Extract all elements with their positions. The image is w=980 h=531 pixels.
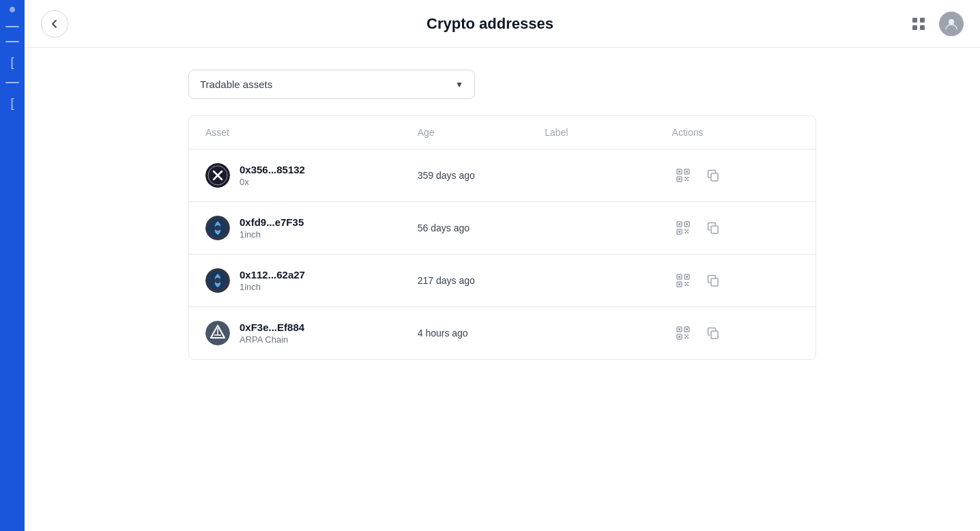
sidebar-dot-1 [10, 7, 15, 12]
svg-rect-48 [684, 285, 686, 286]
qr-code-button-4[interactable] [672, 322, 694, 344]
sidebar-bracket-2: [ [10, 97, 14, 109]
age-cell-1: 359 days ago [418, 170, 545, 181]
qr-code-icon [676, 273, 691, 288]
oneinch-icon-2 [205, 268, 230, 293]
header-right [906, 12, 964, 36]
table-row: 0x356...85132 0x 359 days ago [189, 149, 816, 202]
svg-rect-34 [687, 232, 689, 233]
asset-name-2: 1inch [240, 229, 304, 240]
svg-rect-26 [678, 223, 680, 225]
header-left [41, 10, 68, 38]
copy-icon [706, 221, 720, 235]
sidebar-nav-item-3 [5, 82, 19, 83]
age-cell-4: 4 hours ago [418, 328, 545, 339]
asset-filter-dropdown[interactable]: Tradable assets ▼ [188, 70, 475, 99]
qr-code-button-2[interactable] [672, 217, 694, 239]
user-avatar[interactable] [939, 12, 964, 36]
sidebar-bracket-1: [ [10, 56, 14, 68]
asset-name-1: 0x [240, 177, 305, 187]
copy-button-4[interactable] [702, 322, 724, 344]
asset-icon-2 [205, 216, 230, 240]
svg-rect-16 [684, 177, 686, 178]
svg-rect-30 [678, 231, 680, 233]
svg-rect-65 [687, 337, 689, 339]
svg-rect-66 [686, 336, 687, 337]
svg-rect-62 [684, 334, 686, 336]
asset-address-3: 0x112...62a27 [240, 269, 305, 281]
col-header-asset: Asset [205, 127, 418, 138]
svg-rect-1 [920, 18, 925, 23]
svg-rect-28 [686, 223, 688, 225]
qr-code-icon [676, 220, 691, 235]
grid-icon [911, 16, 926, 31]
back-arrow-icon [49, 18, 60, 29]
asset-icon-3 [205, 268, 230, 293]
qr-code-button-3[interactable] [672, 270, 694, 291]
asset-cell-4: 0xF3e...Ef884 ARPA Chain [205, 321, 418, 345]
asset-cell-2: 0xfd9...e7F35 1inch [205, 216, 418, 240]
table-row: 0xfd9...e7F35 1inch 56 days ago [189, 202, 816, 255]
main-container: Crypto addresses Tradabl [25, 0, 980, 531]
asset-info-4: 0xF3e...Ef884 ARPA Chain [240, 321, 304, 345]
copy-button-2[interactable] [702, 217, 724, 239]
svg-rect-41 [678, 276, 680, 278]
svg-point-39 [215, 278, 220, 283]
dropdown-label: Tradable assets [200, 78, 272, 90]
svg-rect-64 [684, 337, 686, 339]
svg-rect-49 [687, 285, 689, 286]
asset-info-2: 0xfd9...e7F35 1inch [240, 216, 304, 240]
oneinch-icon [205, 216, 230, 240]
age-cell-3: 217 days ago [418, 275, 545, 286]
asset-icon-1 [205, 163, 230, 188]
svg-rect-43 [686, 276, 688, 278]
qr-code-icon [676, 168, 691, 183]
header: Crypto addresses [25, 0, 980, 48]
svg-rect-2 [912, 25, 917, 30]
svg-rect-17 [687, 177, 689, 178]
grid-icon-button[interactable] [906, 12, 931, 36]
svg-rect-50 [686, 283, 687, 285]
svg-rect-35 [686, 231, 687, 232]
page-title: Crypto addresses [427, 15, 553, 33]
asset-address-1: 0x356...85132 [240, 164, 305, 175]
actions-cell-3 [672, 270, 799, 291]
svg-rect-20 [686, 178, 687, 180]
svg-rect-45 [678, 283, 680, 285]
sidebar-nav-item-2 [5, 41, 19, 42]
col-header-label: Label [545, 127, 672, 138]
asset-name-4: ARPA Chain [240, 334, 304, 345]
copy-button-1[interactable] [702, 164, 724, 186]
table-row: 0x112...62a27 1inch 217 days ago [189, 255, 816, 307]
actions-cell-1 [672, 164, 799, 186]
asset-address-2: 0xfd9...e7F35 [240, 216, 304, 228]
col-header-actions: Actions [672, 127, 799, 138]
copy-icon [706, 326, 720, 340]
badge-icon [205, 163, 230, 188]
asset-cell-1: 0x356...85132 0x [205, 163, 418, 188]
avatar-icon [945, 17, 958, 31]
back-button[interactable] [41, 10, 68, 38]
arpa-icon [205, 321, 230, 345]
svg-rect-18 [684, 180, 686, 181]
sidebar-nav-item-1 [5, 26, 19, 27]
svg-rect-63 [687, 334, 689, 336]
qr-code-button-1[interactable] [672, 164, 694, 186]
asset-cell-3: 0x112...62a27 1inch [205, 268, 418, 293]
asset-info-3: 0x112...62a27 1inch [240, 269, 305, 292]
svg-rect-61 [678, 336, 680, 338]
svg-rect-33 [684, 232, 686, 233]
svg-rect-19 [687, 180, 689, 181]
svg-rect-15 [678, 178, 680, 180]
asset-icon-4 [205, 321, 230, 345]
svg-rect-0 [912, 18, 917, 23]
svg-rect-31 [684, 229, 686, 231]
copy-icon [706, 274, 720, 287]
svg-rect-11 [678, 171, 680, 173]
dropdown-container: Tradable assets ▼ [188, 70, 816, 99]
col-header-age: Age [418, 127, 545, 138]
svg-rect-36 [711, 226, 718, 233]
copy-icon [706, 169, 720, 182]
svg-rect-13 [686, 171, 688, 173]
copy-button-3[interactable] [702, 270, 724, 291]
